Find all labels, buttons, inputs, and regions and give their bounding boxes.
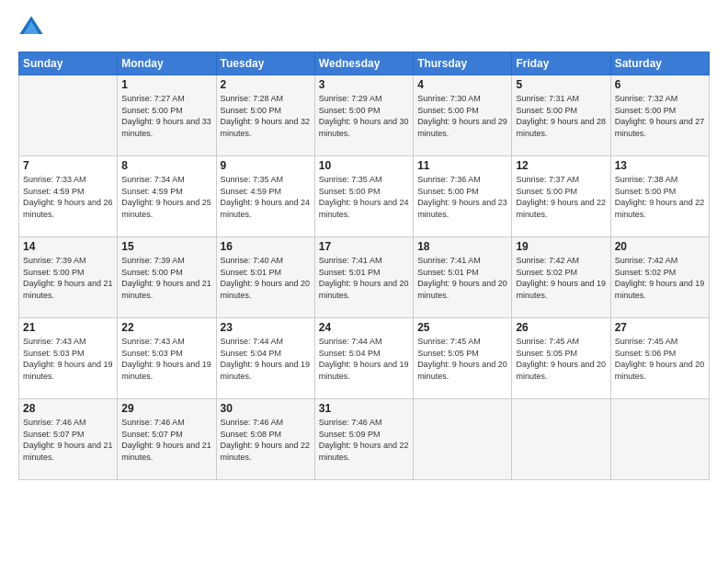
day-info: Sunrise: 7:43 AMSunset: 5:03 PMDaylight:… [121,336,211,382]
calendar-table: SundayMondayTuesdayWednesdayThursdayFrid… [18,52,710,480]
day-info: Sunrise: 7:45 AMSunset: 5:06 PMDaylight:… [615,336,705,382]
weekday-header: Sunday [19,52,118,75]
day-number: 12 [516,159,606,172]
calendar-cell [610,399,709,480]
calendar-cell: 9Sunrise: 7:35 AMSunset: 4:59 PMDaylight… [216,156,314,237]
calendar-cell: 29Sunrise: 7:46 AMSunset: 5:07 PMDayligh… [118,399,216,480]
calendar-cell: 6Sunrise: 7:32 AMSunset: 5:00 PMDaylight… [610,75,709,156]
day-number: 29 [121,402,211,415]
day-info: Sunrise: 7:38 AMSunset: 5:00 PMDaylight:… [615,174,705,220]
calendar-cell: 10Sunrise: 7:35 AMSunset: 5:00 PMDayligh… [314,156,413,237]
calendar-cell: 11Sunrise: 7:36 AMSunset: 5:00 PMDayligh… [414,156,512,237]
day-info: Sunrise: 7:32 AMSunset: 5:00 PMDaylight:… [615,93,705,139]
day-number: 11 [417,159,507,172]
day-number: 10 [319,159,409,172]
day-info: Sunrise: 7:43 AMSunset: 5:03 PMDaylight:… [23,336,113,382]
calendar-cell: 28Sunrise: 7:46 AMSunset: 5:07 PMDayligh… [19,399,118,480]
calendar-week-row: 1Sunrise: 7:27 AMSunset: 5:00 PMDaylight… [19,75,710,156]
day-number: 19 [516,240,606,253]
calendar-body: 1Sunrise: 7:27 AMSunset: 5:00 PMDaylight… [19,75,710,480]
calendar-cell: 17Sunrise: 7:41 AMSunset: 5:01 PMDayligh… [314,237,413,318]
weekday-header: Wednesday [314,52,413,75]
day-number: 4 [417,78,507,91]
calendar-cell: 27Sunrise: 7:45 AMSunset: 5:06 PMDayligh… [610,318,709,399]
day-number: 16 [221,240,311,253]
calendar-cell: 21Sunrise: 7:43 AMSunset: 5:03 PMDayligh… [19,318,118,399]
calendar-cell: 2Sunrise: 7:28 AMSunset: 5:00 PMDaylight… [216,75,314,156]
day-info: Sunrise: 7:45 AMSunset: 5:05 PMDaylight:… [417,336,507,382]
calendar-cell: 7Sunrise: 7:33 AMSunset: 4:59 PMDaylight… [19,156,118,237]
day-info: Sunrise: 7:42 AMSunset: 5:02 PMDaylight:… [615,255,705,301]
day-number: 15 [121,240,211,253]
weekday-header: Thursday [414,52,512,75]
calendar-cell: 30Sunrise: 7:46 AMSunset: 5:08 PMDayligh… [216,399,314,480]
day-number: 28 [23,402,113,415]
day-info: Sunrise: 7:31 AMSunset: 5:00 PMDaylight:… [516,93,606,139]
day-number: 25 [417,321,507,334]
calendar-cell: 4Sunrise: 7:30 AMSunset: 5:00 PMDaylight… [414,75,512,156]
weekday-header: Tuesday [216,52,314,75]
header-row: SundayMondayTuesdayWednesdayThursdayFrid… [19,52,710,75]
day-number: 9 [221,159,311,172]
calendar-cell: 20Sunrise: 7:42 AMSunset: 5:02 PMDayligh… [610,237,709,318]
page-container: SundayMondayTuesdayWednesdayThursdayFrid… [0,0,728,489]
calendar-week-row: 21Sunrise: 7:43 AMSunset: 5:03 PMDayligh… [19,318,710,399]
calendar-cell: 15Sunrise: 7:39 AMSunset: 5:00 PMDayligh… [118,237,216,318]
header [18,15,710,40]
weekday-header: Saturday [610,52,709,75]
day-info: Sunrise: 7:41 AMSunset: 5:01 PMDaylight:… [319,255,409,301]
day-info: Sunrise: 7:46 AMSunset: 5:07 PMDaylight:… [121,417,211,463]
day-info: Sunrise: 7:27 AMSunset: 5:00 PMDaylight:… [121,93,211,139]
day-info: Sunrise: 7:46 AMSunset: 5:09 PMDaylight:… [319,417,409,463]
day-number: 1 [121,78,211,91]
calendar-cell: 19Sunrise: 7:42 AMSunset: 5:02 PMDayligh… [512,237,610,318]
day-info: Sunrise: 7:41 AMSunset: 5:01 PMDaylight:… [417,255,507,301]
day-info: Sunrise: 7:40 AMSunset: 5:01 PMDaylight:… [221,255,311,301]
day-number: 2 [221,78,311,91]
calendar-cell: 26Sunrise: 7:45 AMSunset: 5:05 PMDayligh… [512,318,610,399]
day-number: 20 [615,240,705,253]
day-info: Sunrise: 7:44 AMSunset: 5:04 PMDaylight:… [319,336,409,382]
day-number: 18 [417,240,507,253]
calendar-cell: 13Sunrise: 7:38 AMSunset: 5:00 PMDayligh… [610,156,709,237]
day-number: 27 [615,321,705,334]
day-info: Sunrise: 7:35 AMSunset: 4:59 PMDaylight:… [221,174,311,220]
day-number: 17 [319,240,409,253]
calendar-cell [19,75,118,156]
day-info: Sunrise: 7:46 AMSunset: 5:07 PMDaylight:… [23,417,113,463]
day-info: Sunrise: 7:46 AMSunset: 5:08 PMDaylight:… [221,417,311,463]
calendar-cell: 12Sunrise: 7:37 AMSunset: 5:00 PMDayligh… [512,156,610,237]
day-number: 21 [23,321,113,334]
calendar-cell: 8Sunrise: 7:34 AMSunset: 4:59 PMDaylight… [118,156,216,237]
calendar-cell: 25Sunrise: 7:45 AMSunset: 5:05 PMDayligh… [414,318,512,399]
day-info: Sunrise: 7:29 AMSunset: 5:00 PMDaylight:… [319,93,409,139]
day-number: 3 [319,78,409,91]
day-number: 22 [121,321,211,334]
day-info: Sunrise: 7:45 AMSunset: 5:05 PMDaylight:… [516,336,606,382]
calendar-week-row: 7Sunrise: 7:33 AMSunset: 4:59 PMDaylight… [19,156,710,237]
calendar-cell: 1Sunrise: 7:27 AMSunset: 5:00 PMDaylight… [118,75,216,156]
calendar-cell: 3Sunrise: 7:29 AMSunset: 5:00 PMDaylight… [314,75,413,156]
day-number: 13 [615,159,705,172]
calendar-cell: 22Sunrise: 7:43 AMSunset: 5:03 PMDayligh… [118,318,216,399]
day-info: Sunrise: 7:33 AMSunset: 4:59 PMDaylight:… [23,174,113,220]
day-number: 8 [121,159,211,172]
day-number: 30 [221,402,311,415]
day-info: Sunrise: 7:37 AMSunset: 5:00 PMDaylight:… [516,174,606,220]
calendar-header: SundayMondayTuesdayWednesdayThursdayFrid… [19,52,710,75]
weekday-header: Monday [118,52,216,75]
day-number: 7 [23,159,113,172]
day-number: 24 [319,321,409,334]
calendar-cell: 14Sunrise: 7:39 AMSunset: 5:00 PMDayligh… [19,237,118,318]
calendar-week-row: 28Sunrise: 7:46 AMSunset: 5:07 PMDayligh… [19,399,710,480]
weekday-header: Friday [512,52,610,75]
day-info: Sunrise: 7:39 AMSunset: 5:00 PMDaylight:… [23,255,113,301]
day-info: Sunrise: 7:36 AMSunset: 5:00 PMDaylight:… [417,174,507,220]
day-info: Sunrise: 7:30 AMSunset: 5:00 PMDaylight:… [417,93,507,139]
calendar-cell: 18Sunrise: 7:41 AMSunset: 5:01 PMDayligh… [414,237,512,318]
day-number: 31 [319,402,409,415]
day-number: 14 [23,240,113,253]
calendar-cell [512,399,610,480]
day-info: Sunrise: 7:34 AMSunset: 4:59 PMDaylight:… [121,174,211,220]
calendar-cell: 24Sunrise: 7:44 AMSunset: 5:04 PMDayligh… [314,318,413,399]
